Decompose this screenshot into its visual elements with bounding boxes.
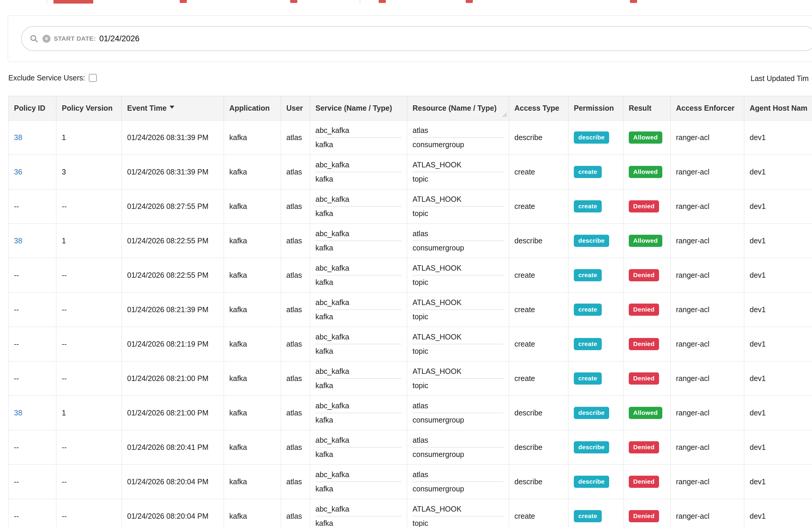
top-tab-badge-sliver[interactable] [290,0,297,3]
table-row: 38 1 01/24/2026 08:31:39 PM kafka atlas … [9,120,812,155]
resource-name: atlas [412,470,504,482]
service-name: abc_kafka [315,298,402,310]
top-tab-badge-sliver[interactable] [466,0,473,3]
policy-id-link: -- [14,340,19,348]
resource-name: atlas [412,402,504,413]
cell-access-type: create [509,499,568,527]
column-resize-grip[interactable] [503,113,507,117]
top-tab-strip [0,0,812,5]
table-row: -- -- 01/24/2026 08:20:04 PM kafka atlas… [9,465,812,499]
cell-access-enforcer: ranger-acl [671,189,744,224]
cell-access-type: create [509,258,568,292]
cell-policy-version: 3 [56,155,122,189]
top-tab-sliver[interactable] [54,0,93,3]
cell-policy-version: -- [56,361,122,396]
cell-policy-version: -- [56,258,122,292]
cell-agent-host: dev1 [744,292,812,327]
cell-access-enforcer: ranger-acl [671,327,744,361]
cell-application: kafka [224,224,281,258]
cell-policy-id: -- [9,499,56,527]
cell-application: kafka [224,499,281,527]
cell-application: kafka [224,120,281,155]
result-badge: Denied [629,338,659,350]
service-type: kafka [315,516,402,527]
service-name: abc_kafka [315,436,402,448]
cell-result: Allowed [623,224,671,258]
cell-permission: describe [568,396,623,430]
cell-access-enforcer: ranger-acl [671,465,744,499]
result-badge: Denied [629,441,659,453]
cell-permission: describe [568,465,623,499]
cell-resource: atlas consumergroup [407,430,509,465]
cell-agent-host: dev1 [744,430,812,465]
audit-search-bar[interactable]: × START DATE: 01/24/2026 [21,26,812,51]
permission-badge: create [574,269,602,281]
policy-id-link[interactable]: 36 [14,168,22,176]
cell-access-type: describe [509,430,568,465]
cell-access-enforcer: ranger-acl [671,120,744,155]
cell-policy-id: 38 [9,396,56,430]
cell-permission: create [568,292,623,327]
exclude-service-users-checkbox[interactable] [89,74,97,82]
cell-resource: ATLAS_HOOK topic [407,327,509,361]
cell-policy-version: -- [56,292,122,327]
cell-access-type: describe [509,224,568,258]
service-type: kafka [315,275,402,287]
cell-event-time: 01/24/2026 08:31:39 PM [122,120,224,155]
cell-access-enforcer: ranger-acl [671,396,744,430]
cell-resource: atlas consumergroup [407,396,509,430]
col-header-access-enforcer: Access Enforcer [671,96,744,120]
policy-id-link[interactable]: 38 [14,237,22,245]
top-tab-badge-sliver[interactable] [180,0,187,3]
cell-permission: create [568,361,623,396]
resource-name: ATLAS_HOOK [412,505,504,516]
cell-application: kafka [224,430,281,465]
cell-result: Denied [623,430,671,465]
service-name: abc_kafka [315,402,402,413]
table-row: -- -- 01/24/2026 08:21:19 PM kafka atlas… [9,327,812,361]
top-tab-badge-sliver[interactable] [630,0,637,3]
service-name: abc_kafka [315,126,402,138]
policy-id-link[interactable]: 38 [14,409,22,417]
cell-service: abc_kafka kafka [310,120,407,155]
cell-agent-host: dev1 [744,327,812,361]
resource-name: ATLAS_HOOK [412,367,504,379]
cell-service: abc_kafka kafka [310,361,407,396]
cell-agent-host: dev1 [744,120,812,155]
cell-service: abc_kafka kafka [310,327,407,361]
cell-permission: create [568,189,623,224]
col-header-policy-id: Policy ID [9,96,56,120]
permission-badge: describe [574,132,609,144]
cell-service: abc_kafka kafka [310,396,407,430]
policy-id-link: -- [14,305,19,314]
cell-user: atlas [281,292,310,327]
service-type: kafka [315,413,402,424]
cell-resource: ATLAS_HOOK topic [407,258,509,292]
col-header-event-time[interactable]: Event Time [122,96,224,120]
policy-id-link[interactable]: 38 [14,133,22,141]
search-icon [29,34,38,43]
service-type: kafka [315,379,402,390]
cell-user: atlas [281,465,310,499]
cell-resource: ATLAS_HOOK topic [407,155,509,189]
policy-id-link: -- [14,271,19,279]
result-badge: Denied [629,200,659,212]
result-badge: Allowed [629,166,662,178]
cell-permission: create [568,499,623,527]
filter-clear-icon[interactable]: × [42,35,50,43]
table-row: -- -- 01/24/2026 08:27:55 PM kafka atlas… [9,189,812,224]
col-header-permission: Permission [568,96,623,120]
cell-agent-host: dev1 [744,189,812,224]
cell-event-time: 01/24/2026 08:21:00 PM [122,396,224,430]
cell-policy-version: -- [56,189,122,224]
cell-agent-host: dev1 [744,396,812,430]
cell-event-time: 01/24/2026 08:27:55 PM [122,189,224,224]
resource-type: consumergroup [412,482,504,493]
top-tab-badge-sliver[interactable] [379,0,386,3]
resource-type: consumergroup [412,138,504,149]
resource-name: ATLAS_HOOK [412,298,504,310]
last-updated-label: Last Updated Tim [751,74,809,83]
cell-event-time: 01/24/2026 08:20:04 PM [122,465,224,499]
result-badge: Denied [629,476,659,488]
permission-badge: describe [574,476,609,488]
